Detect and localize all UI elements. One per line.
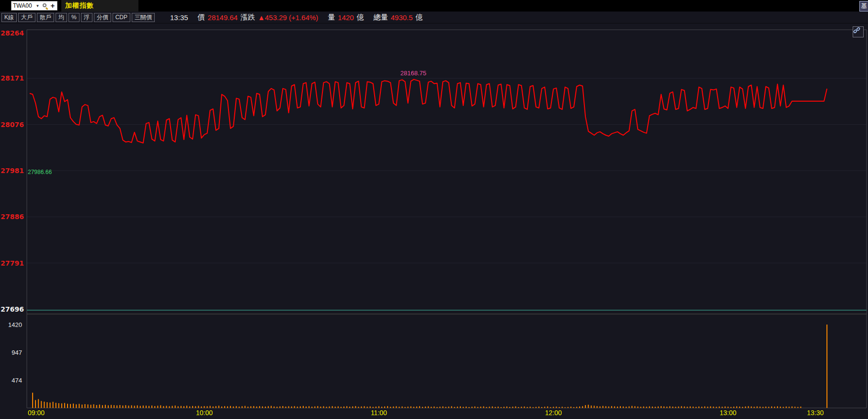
tab-weighted-index[interactable]: 加權指數 [61, 0, 138, 12]
toolbar-button-big-players[interactable]: 大戶 [18, 13, 35, 22]
volume-axis-label: 1420 [0, 321, 22, 328]
dropdown-caret-icon[interactable]: ▼ [36, 4, 40, 8]
toolbar-button-average[interactable]: 均 [56, 13, 67, 22]
price-label: 價 [198, 13, 205, 22]
price-value: 28149.64 [208, 13, 238, 22]
total-volume-label: 總量 [374, 13, 388, 22]
volume-value: 1420 [338, 13, 354, 22]
link-button[interactable] [853, 26, 864, 37]
volume-unit: 億 [357, 13, 364, 22]
time-axis-label: 11:00 [371, 409, 387, 417]
chart-toolbar: K線 大戶 散戶 均 % 浮 分價 CDP 三關價 13:35 價 28149.… [0, 12, 868, 23]
link-icon [853, 27, 860, 34]
price-axis-label: 27886 [0, 213, 24, 221]
price-axis-label: 28171 [0, 74, 24, 82]
chart-canvas [0, 23, 868, 419]
toolbar-button-kline[interactable]: K線 [1, 13, 17, 22]
price-axis-label: 28076 [0, 121, 24, 128]
toolbar-button-retail[interactable]: 散戶 [37, 13, 54, 22]
search-icon[interactable] [43, 3, 48, 9]
symbol-combobox[interactable]: TWA00 ▼ + [11, 1, 57, 11]
price-axis-label: 27696 [0, 305, 24, 313]
total-volume-value: 4930.5 [391, 13, 413, 22]
change-label: 漲跌 [240, 13, 255, 22]
toolbar-button-price-volume[interactable]: 分價 [94, 13, 111, 22]
search-icon-glass [43, 3, 46, 7]
volume-bars [32, 325, 827, 408]
add-symbol-button[interactable]: + [50, 2, 55, 9]
fundamentals-button[interactable]: 基 [859, 1, 868, 12]
price-axis-label: 27981 [0, 167, 24, 175]
price-axis-label: 28264 [0, 29, 24, 37]
volume-axis-label: 474 [0, 377, 22, 384]
time-axis-label: 12:00 [545, 409, 562, 417]
price-line [30, 80, 827, 143]
time-axis-label: 13:30 [807, 409, 823, 417]
time-axis-label: 10:00 [196, 409, 213, 417]
volume-label: 量 [328, 13, 335, 22]
symbol-input[interactable]: TWA00 [13, 2, 32, 9]
quote-time: 13:35 [170, 13, 188, 22]
top-bar: TWA00 ▼ + 加權指數 基 [0, 0, 868, 12]
total-volume-unit: 億 [416, 13, 423, 22]
tab-title: 加權指數 [65, 1, 94, 10]
day-high-label: 28168.75 [400, 70, 426, 77]
prev-close-label: 27986.66 [28, 169, 52, 175]
intraday-chart: 28264 28171 28076 27981 27886 27791 2769… [0, 23, 868, 419]
volume-axis-label: 947 [0, 349, 22, 356]
toolbar-button-percent[interactable]: % [69, 13, 80, 22]
toolbar-button-cdp[interactable]: CDP [113, 13, 130, 22]
time-axis-label: 09:00 [28, 409, 45, 417]
change-value: ▲453.29 (+1.64%) [258, 13, 318, 22]
toolbar-button-float[interactable]: 浮 [81, 13, 92, 22]
price-axis-label: 27791 [0, 259, 24, 267]
time-axis-label: 13:00 [720, 409, 736, 417]
toolbar-button-three-gate-price[interactable]: 三關價 [132, 13, 155, 22]
quote-status-bar: 13:35 價 28149.64 漲跌 ▲453.29 (+1.64%) 量 1… [170, 13, 426, 22]
search-icon-handle [46, 7, 48, 10]
